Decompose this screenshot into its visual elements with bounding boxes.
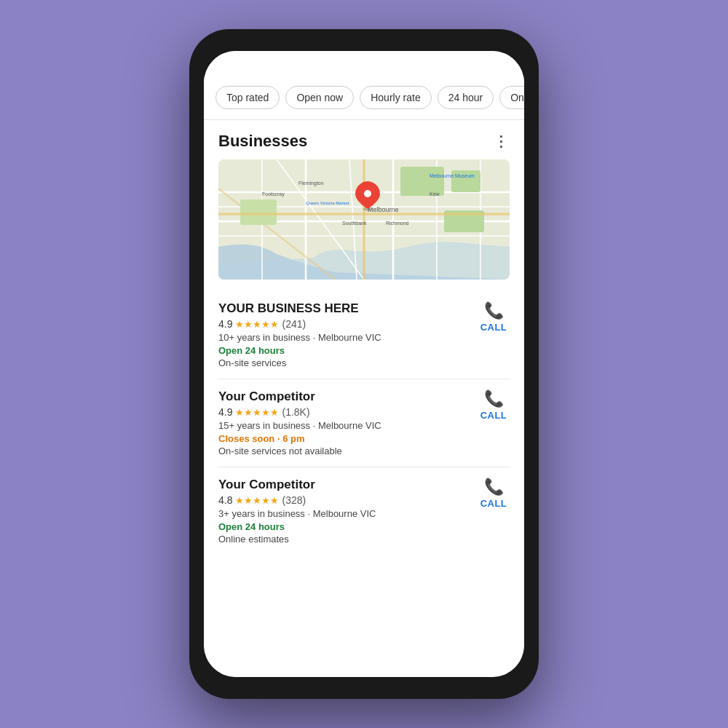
section-title: Businesses: [218, 132, 307, 151]
phone-frame: Top rated Open now Hourly rate 24 hour O…: [189, 29, 539, 699]
section-header: Businesses ⋮: [218, 132, 510, 151]
business-info-1: YOUR BUSINESS HERE 4.9 ★★★★★ (241) 10+ y…: [218, 301, 478, 368]
call-button-3[interactable]: 📞 CALL: [478, 478, 510, 509]
call-button-1[interactable]: 📞 CALL: [478, 301, 510, 333]
business-info-2: Your Competitor 4.9 ★★★★★ (1.8K) 15+ yea…: [218, 389, 478, 456]
call-label-3: CALL: [480, 498, 507, 509]
stars-2: ★★★★★: [235, 407, 279, 418]
svg-text:Queen Victoria Market: Queen Victoria Market: [306, 201, 349, 205]
service-info-1: On-site services: [218, 357, 478, 368]
open-status-2: Closes soon · 6 pm: [218, 433, 478, 444]
rating-number-3: 4.8: [218, 494, 232, 506]
svg-text:Melbourne Museum: Melbourne Museum: [430, 173, 475, 178]
phone-screen: Top rated Open now Hourly rate 24 hour O…: [204, 51, 524, 677]
business-listing-3: Your Competitor 4.8 ★★★★★ (328) 3+ years…: [218, 467, 510, 555]
svg-text:Kew: Kew: [430, 191, 440, 197]
business-name-3[interactable]: Your Competitor: [218, 478, 478, 492]
svg-text:Melbourne: Melbourne: [368, 206, 399, 213]
call-button-2[interactable]: 📞 CALL: [478, 389, 510, 421]
review-count-2: (1.8K): [282, 406, 309, 418]
map-image: Melbourne Southbank Richmond Footscray F…: [218, 159, 510, 280]
stars-1: ★★★★★: [235, 319, 279, 330]
filter-chip-online[interactable]: Online: [499, 86, 524, 109]
business-meta-1: 10+ years in business · Melbourne VIC: [218, 332, 478, 343]
review-count-1: (241): [282, 318, 306, 330]
filter-chip-top-rated[interactable]: Top rated: [215, 86, 280, 109]
phone-icon-1: 📞: [484, 301, 504, 320]
business-info-3: Your Competitor 4.8 ★★★★★ (328) 3+ years…: [218, 478, 478, 545]
rating-row-3: 4.8 ★★★★★ (328): [218, 494, 478, 506]
rating-row-2: 4.9 ★★★★★ (1.8K): [218, 406, 478, 418]
rating-number-1: 4.9: [218, 318, 232, 330]
call-label-2: CALL: [480, 410, 507, 421]
service-info-2: On-site services not available: [218, 446, 478, 456]
filter-row: Top rated Open now Hourly rate 24 hour O…: [204, 73, 524, 120]
business-meta-3: 3+ years in business · Melbourne VIC: [218, 508, 478, 519]
open-status-1: Open 24 hours: [218, 345, 478, 356]
business-listing-2: Your Competitor 4.9 ★★★★★ (1.8K) 15+ yea…: [218, 379, 510, 467]
open-status-3: Open 24 hours: [218, 521, 478, 532]
stars-3: ★★★★★: [235, 495, 279, 506]
business-name-1[interactable]: YOUR BUSINESS HERE: [218, 301, 478, 316]
svg-text:Southbank: Southbank: [342, 221, 367, 226]
rating-number-2: 4.9: [218, 406, 232, 418]
svg-rect-15: [240, 199, 277, 225]
rating-row-1: 4.9 ★★★★★ (241): [218, 318, 478, 330]
business-listing-1: YOUR BUSINESS HERE 4.9 ★★★★★ (241) 10+ y…: [218, 291, 510, 379]
phone-icon-2: 📞: [484, 389, 504, 408]
main-content: Businesses ⋮: [204, 120, 524, 566]
more-menu-button[interactable]: ⋮: [494, 132, 510, 150]
svg-point-28: [364, 190, 371, 197]
filter-chip-open-now[interactable]: Open now: [285, 86, 354, 109]
svg-text:Flemington: Flemington: [298, 181, 324, 186]
screen-content: Top rated Open now Hourly rate 24 hour O…: [204, 51, 524, 677]
svg-text:Richmond: Richmond: [386, 221, 409, 226]
svg-text:Footscray: Footscray: [262, 191, 285, 197]
phone-icon-3: 📞: [484, 478, 504, 496]
call-label-1: CALL: [480, 322, 507, 333]
business-name-2[interactable]: Your Competitor: [218, 389, 478, 404]
filter-chip-hourly-rate[interactable]: Hourly rate: [360, 86, 431, 109]
review-count-3: (328): [282, 494, 306, 506]
map-container[interactable]: Melbourne Southbank Richmond Footscray F…: [218, 159, 510, 280]
service-info-3: Online estimates: [218, 534, 478, 545]
business-meta-2: 15+ years in business · Melbourne VIC: [218, 420, 478, 431]
filter-chip-24-hour[interactable]: 24 hour: [438, 86, 494, 109]
phone-notch: [317, 29, 411, 51]
